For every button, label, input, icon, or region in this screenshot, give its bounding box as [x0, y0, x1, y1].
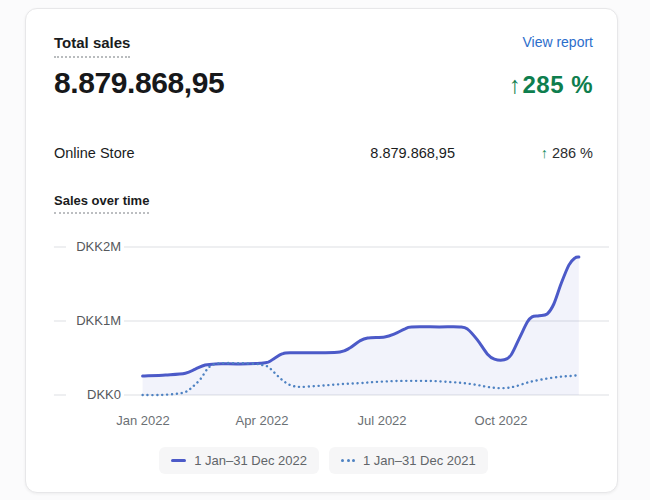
y-axis-label: DKK0 [66, 386, 124, 404]
arrow-up-icon: ↑ [509, 71, 522, 98]
channel-value: 8.879.868,95 [370, 145, 455, 161]
channel-name: Online Store [54, 145, 328, 161]
total-sales-card: Total sales View report 8.879.868,95 ↑28… [25, 8, 618, 493]
metric-title[interactable]: Total sales [54, 34, 130, 58]
dotted-line-icon [341, 459, 355, 462]
legend-item: 1 Jan–31 Dec 2022 [159, 447, 319, 474]
chart-heading[interactable]: Sales over time [54, 193, 149, 214]
legend-item: 1 Jan–31 Dec 2021 [329, 447, 488, 474]
y-axis-label: DKK1M [66, 312, 124, 330]
total-sales-value: 8.879.868,95 [54, 66, 224, 100]
channel-breakdown-row: Online Store 8.879.868,95 ↑286 % [54, 145, 593, 161]
series-area-fill [143, 257, 579, 395]
x-axis-label: Jan 2022 [98, 413, 188, 428]
x-axis-label: Jul 2022 [337, 413, 427, 428]
total-sales-change: 285 % [522, 71, 593, 98]
solid-line-icon [171, 459, 186, 462]
x-axis-label: Apr 2022 [217, 413, 307, 428]
arrow-up-icon: ↑ [541, 145, 548, 161]
legend-label: 1 Jan–31 Dec 2021 [363, 453, 476, 468]
x-axis-label: Oct 2022 [456, 413, 546, 428]
metric-value-row: 8.879.868,95 ↑285 % [54, 66, 593, 100]
channel-change-badge: ↑286 % [497, 145, 593, 161]
view-report-link[interactable]: View report [522, 34, 593, 50]
total-sales-change-badge: ↑285 % [509, 71, 593, 99]
legend-label: 1 Jan–31 Dec 2022 [194, 453, 307, 468]
card-header: Total sales View report [54, 34, 593, 58]
channel-change: 286 % [552, 145, 593, 161]
y-axis-label: DKK2M [66, 238, 124, 256]
chart-legend: 1 Jan–31 Dec 20221 Jan–31 Dec 2021 [54, 447, 593, 474]
sales-over-time-chart: DKK0DKK1MDKK2MJan 2022Apr 2022Jul 2022Oc… [26, 227, 617, 433]
